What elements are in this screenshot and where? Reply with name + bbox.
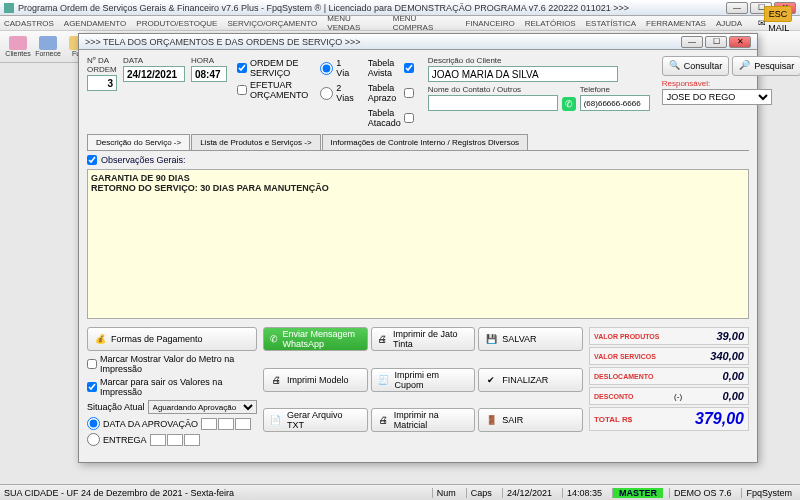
- aprov-d[interactable]: [201, 418, 217, 430]
- salvar-button[interactable]: 💾SALVAR: [478, 327, 583, 351]
- marcar-sair-label: Marcar para sair os Valores na Impressão: [100, 377, 257, 397]
- entrega-label: ENTREGA: [103, 435, 147, 445]
- toolbar-fornece[interactable]: Fornece: [34, 33, 62, 61]
- tab-descricao[interactable]: Descrição do Serviço ->: [87, 134, 190, 150]
- ordem-servico-check[interactable]: [237, 63, 247, 73]
- formas-pagamento-button[interactable]: 💰Formas de Pagamento: [87, 327, 257, 351]
- menu-ferramentas[interactable]: FERRAMENTAS: [646, 19, 706, 28]
- status-left: SUA CIDADE - UF 24 de Dezembro de 2021 -…: [4, 488, 426, 498]
- responsavel-select[interactable]: JOSE DO REGO: [662, 89, 772, 105]
- contato-input[interactable]: [428, 95, 558, 111]
- status-time: 14:08:35: [562, 488, 606, 498]
- entrega-radio[interactable]: [87, 433, 100, 446]
- whatsapp-icon[interactable]: ✆: [562, 97, 576, 111]
- finalizar-button[interactable]: ✔FINALIZAR: [478, 368, 583, 392]
- desconto-label: DESCONTO: [594, 393, 634, 400]
- minimize-button[interactable]: —: [726, 2, 748, 14]
- obs-label: Observações Gerais:: [101, 155, 186, 165]
- via2-radio[interactable]: [320, 87, 333, 100]
- telefone-label: Telefone: [580, 85, 650, 94]
- entrega-m[interactable]: [167, 434, 183, 446]
- tabela-aprazo-check[interactable]: [404, 88, 414, 98]
- desconto-value: 0,00: [723, 390, 744, 402]
- valor-produtos-value: 39,00: [716, 330, 744, 342]
- entrega-d[interactable]: [150, 434, 166, 446]
- data-label: DATA: [123, 56, 185, 65]
- printer-icon: 🖨: [377, 332, 389, 346]
- aprov-m[interactable]: [218, 418, 234, 430]
- menu-vendas[interactable]: MENU VENDAS: [327, 14, 382, 32]
- dialog-maximize[interactable]: ☐: [705, 36, 727, 48]
- entrega-y[interactable]: [184, 434, 200, 446]
- data-aprov-label: DATA DA APROVAÇÃO: [103, 419, 198, 429]
- menu-ajuda[interactable]: AJUDA: [716, 19, 742, 28]
- desconto-flag: (-): [674, 392, 682, 401]
- tab-strip: Descrição do Serviço -> Lista de Produto…: [87, 134, 749, 151]
- situacao-select[interactable]: Aguardando Aprovação: [148, 400, 257, 414]
- imprimir-jato-button[interactable]: 🖨Imprimir de Jato Tinta: [371, 327, 476, 351]
- dialog-minimize[interactable]: —: [681, 36, 703, 48]
- efetuar-orc-check[interactable]: [237, 85, 247, 95]
- imprimir-modelo-button[interactable]: 🖨Imprimi Modelo: [263, 368, 368, 392]
- num-ordem-label: Nº DA ORDEM: [87, 56, 117, 74]
- tab-controle[interactable]: Informações de Controle Interno / Regist…: [322, 134, 529, 150]
- toolbar-clientes[interactable]: Clientes: [4, 33, 32, 61]
- fornece-icon: [39, 36, 57, 50]
- panel-close-button[interactable]: ESC: [764, 6, 792, 22]
- efetuar-orc-label: EFETUAR ORÇAMENTO: [250, 80, 308, 100]
- status-caps: Caps: [466, 488, 496, 498]
- tab-produtos[interactable]: Lista de Produtos e Serviços ->: [191, 134, 320, 150]
- pesquisar-button[interactable]: 🔎Pesquisar: [732, 56, 800, 76]
- desc-cliente-input[interactable]: [428, 66, 618, 82]
- tabela-aprazo-label: Tabela Aprazo: [368, 83, 401, 103]
- valor-servicos-value: 340,00: [710, 350, 744, 362]
- data-aprov-radio[interactable]: [87, 417, 100, 430]
- menu-cadastros[interactable]: CADASTROS: [4, 19, 54, 28]
- situacao-label: Situação Atual: [87, 402, 145, 412]
- deslocamento-label: DESLOCAMENTO: [594, 373, 653, 380]
- tabela-atacado-check[interactable]: [404, 113, 414, 123]
- gerar-txt-button[interactable]: 📄Gerar Arquivo TXT: [263, 408, 368, 432]
- obs-textarea[interactable]: GARANTIA DE 90 DIAS RETORNO DO SERVIÇO: …: [87, 169, 749, 319]
- enviar-whatsapp-button[interactable]: ✆Enviar Mensagem WhatsApp: [263, 327, 368, 351]
- menu-agendamento[interactable]: AGENDAMENTO: [64, 19, 127, 28]
- menu-produto[interactable]: PRODUTO/ESTOQUE: [136, 19, 217, 28]
- dialog-title: >>> TELA DOS ORÇAMENTOS E DAS ORDENS DE …: [85, 37, 681, 47]
- dialog-close[interactable]: ✕: [729, 36, 751, 48]
- consultar-button[interactable]: 🔍Consultar: [662, 56, 730, 76]
- tabela-atacado-label: Tabela Atacado: [368, 108, 401, 128]
- exit-icon: 🚪: [484, 413, 498, 427]
- menu-financeiro[interactable]: FINANCEIRO: [465, 19, 514, 28]
- hora-label: HORA: [191, 56, 227, 65]
- ordem-servico-label: ORDEM DE SERVIÇO: [250, 58, 308, 78]
- contato-label: Nome do Contato / Outros: [428, 85, 558, 94]
- telefone-input[interactable]: [580, 95, 650, 111]
- file-icon: 📄: [269, 413, 283, 427]
- imprimir-matricial-button[interactable]: 🖨Imprimir na Matricial: [371, 408, 476, 432]
- menu-relatorios[interactable]: RELATÓRIOS: [525, 19, 576, 28]
- via1-radio[interactable]: [320, 62, 333, 75]
- tabela-avista-check[interactable]: [404, 63, 414, 73]
- data-input[interactable]: [123, 66, 185, 82]
- receipt-icon: 🧾: [377, 373, 391, 387]
- valor-produtos-label: VALOR PRODUTOS: [594, 333, 659, 340]
- main-menubar: CADASTROS AGENDAMENTO PRODUTO/ESTOQUE SE…: [0, 16, 800, 31]
- obs-check[interactable]: [87, 155, 97, 165]
- imprimir-cupom-button[interactable]: 🧾Imprimi em Cupom: [371, 368, 476, 392]
- responsavel-label: Responsável:: [662, 79, 800, 88]
- menu-estatistica[interactable]: ESTATÍSTICA: [586, 19, 636, 28]
- money-icon: 💰: [93, 332, 107, 346]
- search-icon-2: 🔎: [739, 60, 751, 72]
- via2-label: 2 Vias: [336, 83, 353, 103]
- status-date: 24/12/2021: [502, 488, 556, 498]
- num-ordem-input[interactable]: [87, 75, 117, 91]
- hora-input[interactable]: [191, 66, 227, 82]
- aprov-y[interactable]: [235, 418, 251, 430]
- sair-button[interactable]: 🚪SAIR: [478, 408, 583, 432]
- menu-compras[interactable]: MENU COMPRAS: [393, 14, 456, 32]
- ordem-servico-dialog: >>> TELA DOS ORÇAMENTOS E DAS ORDENS DE …: [78, 33, 758, 463]
- marcar-sair-check[interactable]: [87, 382, 97, 392]
- status-demo: DEMO OS 7.6: [669, 488, 736, 498]
- marcar-metro-check[interactable]: [87, 359, 97, 369]
- menu-servico[interactable]: SERVIÇO/ORÇAMENTO: [227, 19, 317, 28]
